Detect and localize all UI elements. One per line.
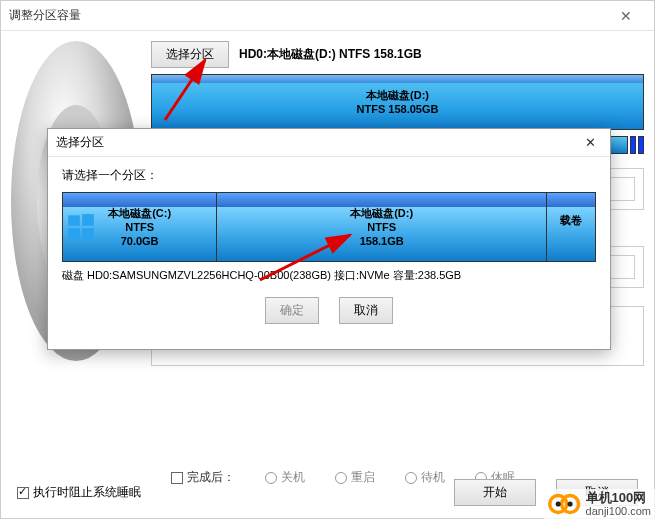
watermark: 单机100网 danji100.com [544,489,655,519]
partition-fs-size: NTFS 158.05GB [357,102,439,116]
dialog-partition-2[interactable]: 载卷 [547,193,595,261]
indicator-icon [630,136,636,154]
partition-name: 本地磁盘(D:) [366,88,429,102]
svg-rect-3 [82,228,94,240]
window-title: 调整分区容量 [9,7,606,24]
select-partition-row: 选择分区 HD0:本地磁盘(D:) NTFS 158.1GB [151,41,644,68]
checkbox-icon [17,487,29,499]
windows-icon [67,213,95,241]
watermark-logo-icon [548,492,582,516]
dialog-cancel-button[interactable]: 取消 [339,297,393,324]
dialog-ok-button[interactable]: 确定 [265,297,319,324]
svg-rect-2 [68,228,80,239]
dialog-partition-0[interactable]: 本地磁盘(C:)NTFS70.0GB [63,193,217,261]
selected-partition-label: HD0:本地磁盘(D:) NTFS 158.1GB [239,46,422,63]
dialog-hint: 请选择一个分区： [62,167,596,184]
svg-point-8 [555,501,560,506]
watermark-text: 单机100网 [586,491,651,505]
dialog-partition-1[interactable]: 本地磁盘(D:)NTFS158.1GB [217,193,547,261]
svg-rect-1 [82,214,94,226]
select-partition-button[interactable]: 选择分区 [151,41,229,68]
select-partition-dialog: 选择分区 ✕ 请选择一个分区： 本地磁盘(C:)NTFS70.0GB本地磁盘(D… [47,128,611,350]
prevent-sleep-label: 执行时阻止系统睡眠 [33,484,141,501]
start-button[interactable]: 开始 [454,479,536,506]
svg-rect-0 [68,215,80,226]
close-icon[interactable]: ✕ [606,8,646,24]
indicator-icon [638,136,644,154]
dialog-close-icon[interactable]: ✕ [578,135,602,150]
prevent-sleep-checkbox[interactable]: 执行时阻止系统睡眠 [17,484,141,501]
dialog-title: 选择分区 [56,134,578,151]
dialog-partition-bar: 本地磁盘(C:)NTFS70.0GB本地磁盘(D:)NTFS158.1GB载卷 [62,192,596,262]
watermark-domain: danji100.com [586,505,651,517]
dialog-titlebar: 选择分区 ✕ [48,129,610,157]
svg-point-9 [567,501,572,506]
partition-bar[interactable]: 本地磁盘(D:) NTFS 158.05GB [151,74,644,130]
disk-info-label: 磁盘 HD0:SAMSUNGMZVL2256HCHQ-00B00(238GB) … [62,268,596,283]
titlebar: 调整分区容量 ✕ [1,1,654,31]
